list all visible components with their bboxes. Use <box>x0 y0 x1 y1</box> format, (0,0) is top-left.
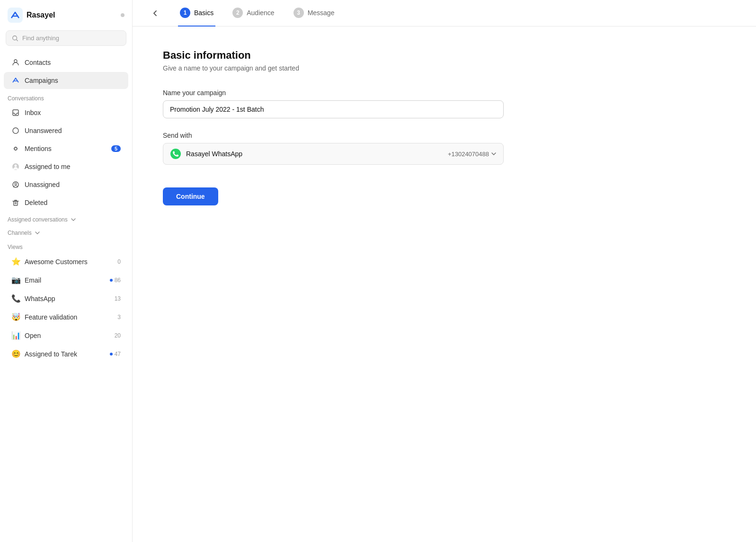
channels-chevron-icon <box>35 230 40 236</box>
whatsapp-view-icon: 📞 <box>11 294 20 303</box>
deleted-label: Deleted <box>25 199 47 206</box>
open-label: Open <box>25 332 41 339</box>
channels-collapse[interactable]: Channels <box>0 225 132 238</box>
step-3-circle: 3 <box>294 8 304 18</box>
assigned-tarek-count: 47 <box>110 351 121 357</box>
form-title: Basic information <box>163 49 726 62</box>
email-icon: 📷 <box>11 275 20 284</box>
sidebar-item-awesome-customers[interactable]: ⭐ Awesome Customers 0 <box>4 253 128 270</box>
tab-message-label: Message <box>308 9 335 17</box>
main-content: 1 Basics 2 Audience 3 Message Basic info… <box>133 0 756 542</box>
sidebar-header: Rasayel <box>0 0 132 28</box>
awesome-customers-icon: ⭐ <box>11 257 20 266</box>
email-count: 86 <box>110 277 121 284</box>
svg-rect-3 <box>13 110 18 116</box>
svg-point-7 <box>15 165 17 167</box>
inbox-icon <box>11 108 20 117</box>
sidebar-item-feature-validation[interactable]: 🤯 Feature validation 3 <box>4 308 128 326</box>
step-2-circle: 2 <box>232 8 243 18</box>
tab-basics-label: Basics <box>194 9 213 17</box>
tab-audience-label: Audience <box>247 9 274 17</box>
continue-button[interactable]: Continue <box>163 187 218 205</box>
svg-point-9 <box>15 183 17 185</box>
send-with-select[interactable]: Rasayel WhatsApp +13024070488 <box>163 143 504 165</box>
assigned-conversations-label: Assigned conversations <box>8 216 68 223</box>
send-with-label: Send with <box>163 132 726 139</box>
tab-audience[interactable]: 2 Audience <box>231 0 276 27</box>
tab-message[interactable]: 3 Message <box>292 0 337 27</box>
assigned-me-label: Assigned to me <box>25 163 71 170</box>
step-1-circle: 1 <box>180 8 190 18</box>
sidebar: Rasayel Find anything Contacts <box>0 0 133 542</box>
svg-point-11 <box>170 149 181 159</box>
inbox-label: Inbox <box>25 109 41 116</box>
sidebar-item-whatsapp[interactable]: 📞 WhatsApp 13 <box>4 290 128 307</box>
views-section-label: Views <box>0 238 132 252</box>
form-subtitle: Give a name to your campaign and get sta… <box>163 64 726 72</box>
chevron-down-icon <box>71 217 76 222</box>
unassigned-label: Unassigned <box>25 181 60 188</box>
search-container[interactable]: Find anything <box>6 30 126 46</box>
campaign-name-input[interactable] <box>163 100 504 118</box>
whatsapp-icon <box>170 148 181 160</box>
assigned-me-icon <box>11 162 20 171</box>
sidebar-item-campaigns[interactable]: Campaigns <box>4 72 128 89</box>
deleted-icon <box>11 198 20 207</box>
step-tabs: 1 Basics 2 Audience 3 Message <box>178 0 336 27</box>
svg-point-2 <box>14 60 17 62</box>
sidebar-item-mentions[interactable]: Mentions 5 <box>4 140 128 157</box>
feature-validation-count: 3 <box>117 314 121 320</box>
mentions-badge: 5 <box>111 145 121 152</box>
sidebar-item-unassigned[interactable]: Unassigned <box>4 176 128 193</box>
app-title: Rasayel <box>27 11 55 19</box>
campaigns-icon <box>11 76 20 85</box>
contacts-label: Contacts <box>25 59 51 66</box>
open-count: 20 <box>115 332 121 339</box>
feature-validation-label: Feature validation <box>25 313 77 321</box>
feature-validation-icon: 🤯 <box>11 312 20 321</box>
unanswered-label: Unanswered <box>25 127 62 134</box>
app-logo <box>8 8 23 23</box>
send-with-name: Rasayel WhatsApp <box>186 150 443 158</box>
sidebar-item-contacts[interactable]: Contacts <box>4 54 128 71</box>
unassigned-icon <box>11 180 20 189</box>
back-button[interactable] <box>148 6 163 21</box>
whatsapp-label: WhatsApp <box>25 295 55 302</box>
email-dot <box>110 279 113 282</box>
unanswered-icon <box>11 126 20 135</box>
tarek-dot <box>110 353 113 355</box>
mentions-label: Mentions <box>25 145 52 152</box>
assigned-tarek-icon: 😊 <box>11 349 20 358</box>
campaign-name-group: Name your campaign <box>163 89 726 118</box>
conversations-section-label: Conversations <box>0 89 132 104</box>
send-with-group: Send with Rasayel WhatsApp +13024070488 <box>163 132 726 165</box>
sidebar-item-unanswered[interactable]: Unanswered <box>4 122 128 139</box>
search-icon <box>12 35 18 42</box>
mentions-icon <box>11 144 20 153</box>
send-with-number: +13024070488 <box>448 151 497 158</box>
tab-basics[interactable]: 1 Basics <box>178 0 215 27</box>
svg-point-4 <box>13 128 18 133</box>
sidebar-item-deleted[interactable]: Deleted <box>4 194 128 211</box>
channels-label: Channels <box>8 230 32 236</box>
campaigns-label: Campaigns <box>25 77 58 84</box>
sidebar-item-open[interactable]: 📊 Open 20 <box>4 327 128 344</box>
sidebar-item-assigned-tarek[interactable]: 😊 Assigned to Tarek 47 <box>4 345 128 363</box>
assigned-tarek-label: Assigned to Tarek <box>25 350 77 358</box>
top-nav: 1 Basics 2 Audience 3 Message <box>133 0 756 27</box>
svg-rect-0 <box>8 8 23 23</box>
awesome-customers-label: Awesome Customers <box>25 258 88 266</box>
search-placeholder: Find anything <box>22 35 59 42</box>
open-icon: 📊 <box>11 331 20 340</box>
status-dot <box>121 13 125 17</box>
sidebar-item-assigned-to-me[interactable]: Assigned to me <box>4 158 128 175</box>
sidebar-item-inbox[interactable]: Inbox <box>4 104 128 121</box>
email-label: Email <box>25 276 41 284</box>
content-area: Basic information Give a name to your ca… <box>133 27 756 542</box>
dropdown-chevron-icon <box>491 151 497 157</box>
sidebar-item-email[interactable]: 📷 Email 86 <box>4 271 128 289</box>
campaign-name-label: Name your campaign <box>163 89 726 97</box>
assigned-conversations-collapse[interactable]: Assigned conversations <box>0 212 132 225</box>
search-box[interactable]: Find anything <box>6 30 126 46</box>
contacts-icon <box>11 58 20 67</box>
